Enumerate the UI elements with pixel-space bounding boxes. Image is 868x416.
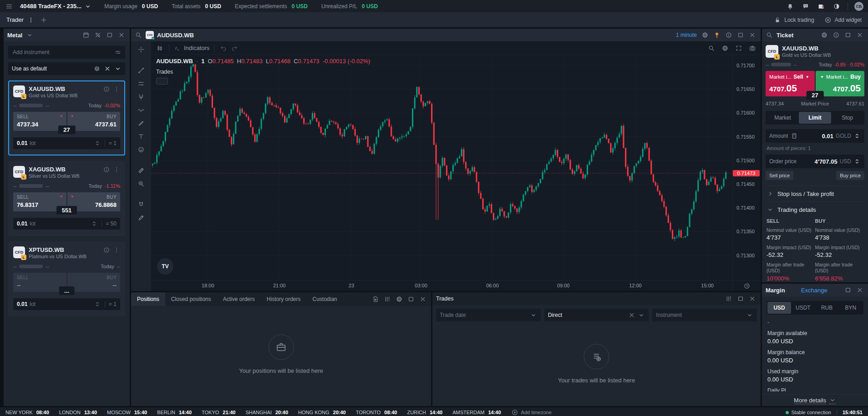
edit-button[interactable] — [137, 213, 146, 222]
watchlist-card-xagusd.wb[interactable]: CFDLXAGUSD.WBSilver vs US Dollar.WB----T… — [8, 161, 125, 236]
amount-field[interactable]: Amount 0.01GOLD — [766, 129, 864, 143]
time-tick[interactable]: 21:00 — [273, 283, 286, 288]
tradingview-logo[interactable]: TV — [157, 258, 173, 275]
maximize-button[interactable] — [105, 30, 114, 40]
stepper-icon[interactable] — [94, 301, 101, 308]
timezone-settings-button[interactable] — [742, 281, 751, 291]
chart-time-axis[interactable]: 18:0021:002303:0006:0009:0012:0015:00 — [152, 281, 732, 291]
close-button[interactable] — [855, 286, 864, 295]
chip-sell-price[interactable]: Sell price — [766, 171, 793, 180]
order-price-field[interactable]: Order price 4'707.05USD — [766, 155, 864, 168]
maximize-button[interactable] — [736, 294, 745, 303]
symbol-search-button[interactable]: CFD AUDUSD.WB — [146, 31, 194, 39]
account-selector[interactable]: 40488 TradeFX - 235... — [20, 3, 91, 10]
chevron-down-icon[interactable] — [26, 31, 33, 39]
chip-buy-price[interactable]: Buy price — [836, 171, 864, 180]
maximize-button[interactable] — [843, 30, 853, 40]
magnet-button[interactable] — [137, 200, 146, 209]
info-icon[interactable] — [103, 166, 110, 173]
time-tick[interactable]: 12:00 — [629, 283, 642, 288]
lot-input[interactable]: 0.01lot= 1 — [13, 137, 120, 149]
filter-sliders-icon[interactable] — [114, 49, 122, 56]
collapse-pane-button[interactable] — [156, 78, 168, 85]
theme-toggle-button[interactable] — [832, 2, 841, 11]
info-button[interactable] — [724, 30, 733, 40]
tab-trader[interactable]: Trader — [6, 16, 35, 24]
buy-box[interactable]: BUY-- — [67, 273, 121, 292]
exchange-link[interactable]: Exchange — [801, 287, 827, 294]
info-button[interactable] — [832, 30, 841, 40]
lock-trading-button[interactable]: Lock trading — [774, 16, 814, 24]
lot-input[interactable]: 0.01lot= 1 — [13, 298, 120, 310]
time-tick[interactable]: 06:00 — [486, 283, 499, 288]
percent-mode-button[interactable] — [93, 30, 102, 40]
avatar[interactable]: СБ — [854, 2, 863, 11]
clear-filter-icon[interactable] — [628, 311, 635, 319]
more-vert-icon[interactable] — [113, 246, 120, 254]
chart-price-axis[interactable]: 0.717000.716500.716000.715500.715000.714… — [732, 55, 761, 280]
pitchfork-button[interactable] — [137, 92, 146, 101]
chart-plot[interactable]: AUDUSD.WB·1O0.71485H0.71483L0.71468C0.71… — [152, 55, 732, 280]
tab-active-orders[interactable]: Active orders — [217, 292, 261, 306]
chevron-down-icon[interactable] — [114, 65, 122, 72]
export-button[interactable] — [371, 295, 380, 304]
trading-details-section[interactable]: Trading details — [766, 201, 864, 217]
chart-settings-button[interactable] — [700, 30, 710, 40]
trendline-button[interactable] — [137, 66, 146, 75]
close-button[interactable] — [117, 30, 126, 40]
economic-calendar-button[interactable] — [81, 30, 91, 40]
settings-button[interactable] — [820, 30, 829, 40]
close-button[interactable] — [748, 294, 757, 303]
close-button[interactable] — [748, 30, 757, 40]
indicators-button[interactable]: ƒx Indicators — [174, 45, 209, 52]
stepper-icon[interactable] — [853, 132, 861, 140]
ruler-button[interactable] — [137, 166, 146, 175]
tab-custodian[interactable]: Custodian — [306, 292, 343, 306]
interval-selector[interactable]: 1 minute — [676, 32, 697, 38]
order-tab-market[interactable]: Market — [766, 112, 799, 124]
lot-input[interactable]: 0.01lot= 50 — [13, 218, 120, 230]
info-icon[interactable] — [103, 85, 110, 93]
currency-tab-usdt[interactable]: USDT — [791, 302, 815, 314]
time-tick[interactable]: 03:00 — [415, 283, 427, 288]
stepper-icon[interactable] — [853, 158, 861, 165]
redo-button[interactable] — [230, 44, 239, 53]
add-timezone-button[interactable]: Add timezone — [511, 409, 552, 416]
add-widget-button[interactable]: Add widget — [824, 16, 862, 24]
preset-selector[interactable]: Use as default ? — [8, 62, 125, 75]
order-tab-limit[interactable]: Limit — [799, 112, 831, 124]
filter-trade-date[interactable]: Trade date — [436, 309, 541, 321]
info-icon[interactable] — [103, 246, 110, 254]
add-instrument-input[interactable] — [8, 46, 125, 59]
zoom-in-button[interactable] — [137, 179, 146, 188]
candle-style-button[interactable] — [155, 44, 164, 53]
columns-button[interactable] — [724, 294, 733, 303]
add-tab-button[interactable] — [39, 15, 48, 25]
wave-button[interactable] — [137, 105, 146, 115]
maximize-button[interactable] — [736, 30, 745, 40]
close-icon[interactable] — [104, 65, 111, 72]
stepper-icon[interactable] — [94, 140, 101, 147]
order-tab-stop[interactable]: Stop — [831, 112, 863, 124]
fullscreen-button[interactable] — [734, 44, 743, 53]
sell-box[interactable]: SELL-- — [13, 273, 66, 292]
settings-button[interactable] — [395, 295, 404, 304]
watchlist-card-xauusd.wb[interactable]: CFDLXAUUSD.WBGold vs US Dollar.WB----Tod… — [8, 80, 125, 155]
close-button[interactable] — [418, 295, 427, 304]
tab-history-orders[interactable]: History orders — [261, 292, 307, 306]
undo-button[interactable] — [219, 44, 228, 53]
more-details-button[interactable]: More details — [762, 394, 868, 406]
calculator-icon[interactable] — [791, 132, 798, 140]
channels-button[interactable] — [137, 79, 146, 88]
time-tick[interactable]: 18:00 — [202, 283, 214, 288]
currency-tab-byn[interactable]: BYN — [839, 302, 863, 314]
search-icon[interactable] — [135, 31, 142, 39]
chart-properties-button[interactable] — [721, 44, 730, 53]
close-button[interactable] — [855, 30, 864, 40]
emoji-button[interactable] — [137, 145, 146, 154]
brush-button[interactable] — [137, 119, 146, 128]
more-vert-icon[interactable] — [113, 85, 120, 93]
watchlist-card-xptusd.wb[interactable]: CFDLXPTUSD.WBPlatinum vs US Dollar.WB---… — [8, 241, 125, 316]
chat-button[interactable] — [801, 2, 810, 11]
tab-positions[interactable]: Positions — [131, 292, 165, 306]
